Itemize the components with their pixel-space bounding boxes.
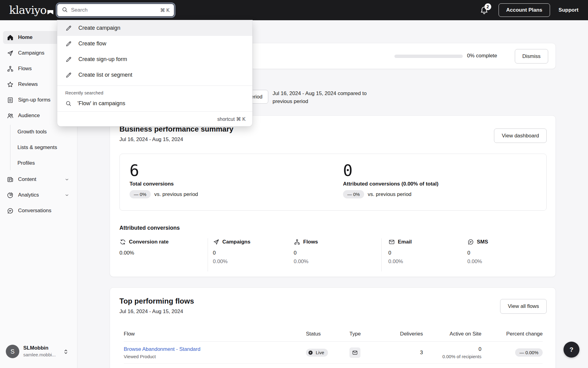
sidebar-item-conversations[interactable]: Conversations [3, 204, 74, 217]
percent-change-badge: — 0.00% [515, 348, 543, 357]
view-dashboard-button[interactable]: View dashboard [494, 128, 547, 143]
recent-search-label: 'Flow' in campaigns [77, 100, 125, 107]
compare-period-text: Jul 16, 2024 - Aug 15, 2024 compared to … [273, 90, 380, 105]
menu-item-create-list-segment[interactable]: Create list or segment [57, 67, 252, 83]
klaviyo-logo-text: klaviyo [9, 4, 47, 16]
metric-label: Conversion rate [129, 239, 168, 245]
sidebar-item-label: Flows [18, 66, 32, 72]
sidebar-item-profiles[interactable]: Profiles [10, 157, 77, 170]
app-root: klaviyo ⌘ K 2 Account Plans Support [0, 0, 588, 368]
sidebar-item-analytics[interactable]: Analytics [3, 189, 74, 201]
flows-icon [6, 65, 14, 72]
col-header-deliveries: Deliveries [386, 331, 423, 341]
pencil-icon [65, 40, 72, 47]
conversion-rate-icon [119, 239, 126, 245]
attributed-section-title: Attributed conversions [119, 225, 180, 231]
sidebar-subitem-label: Lists & segments [17, 144, 57, 151]
flow-name-link[interactable]: Browse Abandonment - Standard [124, 346, 306, 352]
attributed-delta-badge: — 0% [343, 190, 364, 198]
search-shortcut-hint: ⌘ K [160, 7, 170, 13]
metric-divider [381, 238, 382, 271]
metric-divider [208, 238, 208, 271]
pencil-icon [65, 72, 72, 79]
sidebar-item-label: Content [18, 176, 36, 182]
view-all-flows-button[interactable]: View all flows [500, 299, 547, 314]
metric-value: 0 [388, 250, 462, 256]
avatar: S [6, 345, 19, 358]
total-delta-badge: — 0% [130, 190, 151, 198]
progress-bar [394, 55, 463, 58]
global-search[interactable]: ⌘ K [57, 3, 175, 17]
recent-search-item[interactable]: 'Flow' in campaigns [57, 95, 252, 111]
total-conversions-value: 6 [130, 162, 198, 179]
sms-icon [467, 239, 474, 245]
sidebar-item-lists-segments[interactable]: Lists & segments [10, 141, 77, 154]
notifications-button[interactable]: 2 [480, 5, 490, 16]
audience-subnav: Growth tools Lists & segments Profiles [10, 125, 77, 170]
sidebar-item-label: Analytics [18, 192, 39, 198]
account-switcher[interactable]: S SLMobbin samlee.mobbi... [0, 344, 77, 359]
attributed-conversions-label: Attributed conversions (0.00% of total) [343, 181, 439, 187]
sidebar-item-label: Conversations [18, 208, 51, 214]
flow-trigger-label: Viewed Product [124, 354, 306, 359]
form-icon [6, 96, 14, 104]
campaigns-icon [6, 49, 14, 57]
col-header-flow: Flow [124, 331, 306, 341]
flows-table: Flow Status Type Deliveries Active on Si… [124, 330, 543, 364]
metric-sub: 0.00% [213, 259, 286, 265]
pencil-icon [65, 25, 72, 32]
menu-item-label: Create sign-up form [78, 56, 127, 63]
search-input[interactable] [71, 7, 157, 13]
metric-email: Email 0 0.00% [388, 238, 462, 265]
active-on-site-value: 0 [423, 346, 481, 352]
metric-flows: Flows 0 0.00% [294, 238, 367, 265]
menu-item-create-flow[interactable]: Create flow [57, 36, 252, 52]
sidebar-item-content[interactable]: Content [3, 173, 74, 186]
email-icon [388, 239, 395, 245]
menu-item-label: Create flow [78, 40, 106, 47]
total-conversions-stat: 6 Total conversions — 0% vs. previous pe… [130, 162, 198, 198]
audience-icon [6, 112, 14, 119]
menu-item-create-campaign[interactable]: Create campaign [57, 20, 252, 36]
summary-date-range: Jul 16, 2024 - Aug 15, 2024 [119, 136, 183, 143]
menu-item-create-signup-form[interactable]: Create sign-up form [57, 52, 252, 67]
menu-item-label: Create campaign [78, 25, 120, 31]
sidebar-item-label: Sign-up forms [18, 97, 51, 103]
metric-conversion-rate: Conversion rate 0.00% [119, 238, 193, 256]
avatar-initial: S [10, 348, 14, 355]
menu-item-label: Create list or segment [78, 72, 132, 78]
metric-value: 0.00% [119, 250, 193, 256]
live-play-icon [308, 350, 313, 355]
support-link[interactable]: Support [559, 7, 579, 13]
sidebar-item-growth-tools[interactable]: Growth tools [10, 125, 77, 138]
chevron-up-down-icon [63, 348, 69, 357]
star-icon [6, 81, 14, 88]
account-plans-button[interactable]: Account Plans [499, 3, 550, 17]
analytics-icon [6, 191, 14, 199]
help-button[interactable]: ? [564, 342, 579, 358]
sidebar-item-label: Audience [18, 113, 40, 119]
col-header-type: Type [349, 331, 386, 341]
search-dropdown: Create campaign Create flow Create sign-… [57, 20, 252, 126]
user-email: samlee.mobbi... [23, 352, 56, 357]
klaviyo-logo[interactable]: klaviyo [9, 4, 53, 17]
metric-label: Flows [303, 239, 318, 245]
metric-sub: 0.00% [467, 259, 541, 265]
dismiss-button[interactable]: Dismiss [515, 49, 548, 63]
top-flows-card: Top performing flows Jul 16, 2024 - Aug … [110, 287, 556, 368]
sidebar-item-label: Home [18, 34, 32, 40]
attributed-conversions-value: 0 [343, 162, 439, 179]
pencil-icon [65, 56, 72, 63]
chevron-down-icon [65, 177, 69, 183]
deliveries-value: 3 [386, 350, 423, 356]
content-icon [6, 176, 14, 183]
topbar-right: 2 Account Plans Support [480, 0, 579, 20]
flows-date-range: Jul 16, 2024 - Aug 15, 2024 [119, 309, 183, 315]
business-performance-card: Business performance summary Jul 16, 202… [110, 115, 556, 277]
metric-sub: 0.00% [388, 259, 462, 265]
user-name: SLMobbin [23, 345, 48, 351]
col-header-percent-change: Percent change [481, 331, 543, 341]
conversations-icon [6, 207, 14, 214]
flows-table-header: Flow Status Type Deliveries Active on Si… [124, 330, 543, 342]
question-mark-icon: ? [570, 346, 574, 353]
